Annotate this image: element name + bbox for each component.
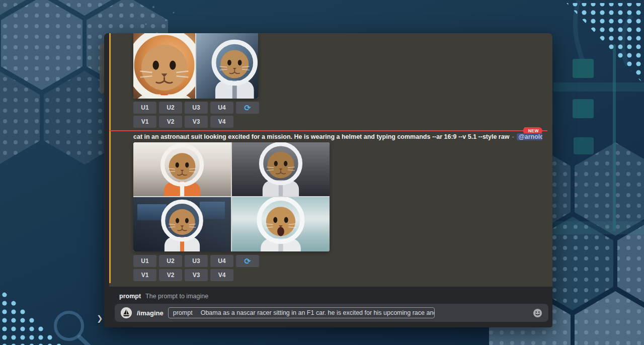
u2-button[interactable]: U2: [159, 255, 182, 267]
cat-astronaut-illustration: [133, 142, 231, 196]
cat-astronaut-illustration: [133, 197, 231, 251]
emoji-picker-button[interactable]: [533, 308, 542, 318]
v3-button[interactable]: V3: [185, 269, 208, 281]
sailboat-icon: [121, 307, 132, 318]
v4-button[interactable]: V4: [210, 269, 233, 281]
variation-buttons-row-2: V1 V2 V3 V4: [133, 269, 233, 281]
pill-option-value: Obama as a nascar racer sitting in an F1…: [201, 309, 435, 316]
option-hint-name: prompt: [119, 293, 141, 300]
u4-button[interactable]: U4: [210, 255, 233, 267]
cat-astronaut-illustration: [197, 33, 258, 99]
slash-option-hint: prompt The prompt to imagine: [119, 293, 208, 300]
generated-image[interactable]: [133, 197, 231, 251]
chevron-right-icon: ❯: [97, 314, 103, 323]
message-input[interactable]: /imagine prompt Obama as a nascar racer …: [115, 304, 548, 322]
image-grid-1[interactable]: [133, 33, 258, 99]
message-text: cat in an astronaut suit looking excited…: [133, 133, 542, 140]
v1-button[interactable]: V1: [133, 269, 156, 281]
background-scrollbar: [100, 43, 104, 94]
image-grid-2[interactable]: [133, 142, 330, 251]
cat-astronaut-illustration: [133, 33, 195, 99]
reroll-button[interactable]: ⟳: [236, 255, 259, 267]
upscale-buttons-row-1: U1 U2 U3 U4 ⟳: [133, 102, 259, 114]
u1-button[interactable]: U1: [133, 255, 156, 267]
generated-image[interactable]: [133, 142, 231, 196]
u3-button[interactable]: U3: [185, 102, 208, 114]
new-messages-divider: NEW: [110, 130, 547, 131]
u3-button[interactable]: U3: [185, 255, 208, 267]
u2-button[interactable]: U2: [159, 102, 182, 114]
generated-image[interactable]: [232, 142, 330, 196]
window-left-strip: [104, 33, 109, 327]
user-mention[interactable]: @arnoldtri: [517, 133, 542, 140]
midjourney-avatar: [121, 307, 132, 318]
v2-button[interactable]: V2: [159, 116, 182, 128]
smiley-icon: [533, 308, 542, 318]
video-frame: ❯: [0, 0, 644, 345]
cat-astronaut-illustration: [232, 197, 330, 251]
pill-option-name: prompt: [173, 309, 193, 316]
u1-button[interactable]: U1: [133, 102, 156, 114]
discord-window: U1 U2 U3 U4 ⟳ V1 V2 V3 V4 NEW cat in an …: [104, 33, 552, 327]
separator-dash: -: [512, 133, 514, 140]
magnifier-icon: [55, 312, 99, 345]
slash-command-label: /imagine: [137, 309, 164, 317]
v4-button[interactable]: V4: [210, 116, 233, 128]
variation-buttons-row-1: V1 V2 V3 V4: [133, 116, 233, 128]
v3-button[interactable]: V3: [185, 116, 208, 128]
chat-messages-area[interactable]: U1 U2 U3 U4 ⟳ V1 V2 V3 V4 NEW cat in an …: [109, 33, 552, 327]
generated-image[interactable]: [196, 33, 258, 99]
prompt-text: cat in an astronaut suit looking excited…: [133, 133, 509, 140]
dot-grid-bottom-left: [1, 289, 65, 345]
u4-button[interactable]: U4: [210, 102, 233, 114]
v1-button[interactable]: V1: [133, 116, 156, 128]
composer-panel: prompt The prompt to imagine /imagine: [109, 287, 552, 327]
generated-image[interactable]: [232, 197, 330, 251]
generated-image[interactable]: [133, 33, 195, 99]
prompt-option-pill[interactable]: prompt Obama as a nascar racer sitting i…: [168, 307, 435, 318]
v2-button[interactable]: V2: [159, 269, 182, 281]
upscale-buttons-row-2: U1 U2 U3 U4 ⟳: [133, 255, 259, 267]
option-hint-description: The prompt to imagine: [145, 293, 208, 300]
cat-astronaut-illustration: [232, 142, 330, 196]
mention-highlight-bar: [109, 33, 111, 283]
reroll-button[interactable]: ⟳: [236, 102, 259, 114]
